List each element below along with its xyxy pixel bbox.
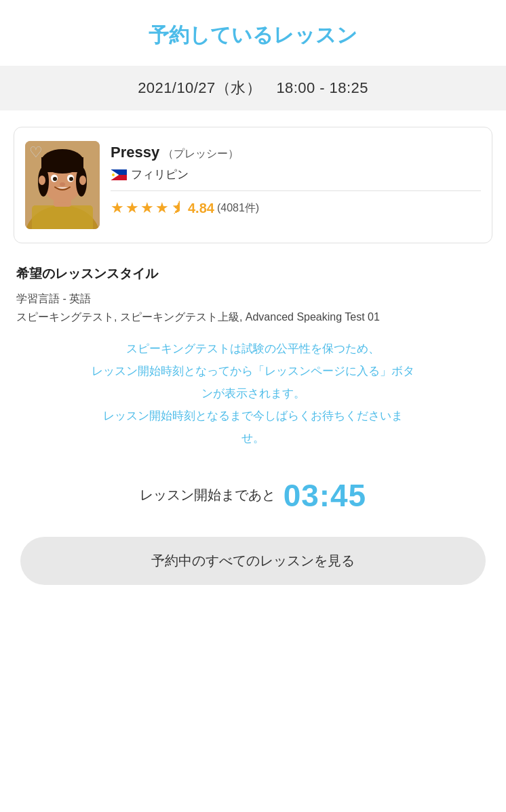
timer-label: レッスン開始まであと bbox=[140, 486, 275, 504]
svg-rect-8 bbox=[41, 157, 83, 172]
rating-row: ★ ★ ★ ★ ⯨ 4.84 (4081件) bbox=[111, 199, 481, 217]
teacher-name: Pressy bbox=[111, 144, 159, 161]
date-bar: 2021/10/27（水） 18:00 - 18:25 bbox=[0, 66, 506, 110]
avatar-wrapper: ♡ bbox=[25, 141, 100, 229]
svg-point-14 bbox=[69, 177, 73, 181]
svg-point-15 bbox=[60, 182, 65, 186]
teacher-info: Pressy （プレッシー） フィリピン ★ ★ bbox=[111, 141, 481, 217]
timer-value: 03:45 bbox=[284, 477, 366, 514]
view-all-lessons-button[interactable]: 予約中のすべてのレッスンを見る bbox=[20, 537, 486, 585]
country-name: フィリピン bbox=[131, 167, 189, 182]
star-5-half: ⯨ bbox=[170, 199, 185, 217]
timer-row: レッスン開始まであと 03:45 bbox=[0, 458, 506, 530]
style-text: スピーキングテスト, スピーキングテスト上級, Advanced Speakin… bbox=[16, 308, 490, 326]
notice-line4: レッスン開始時刻となるまで今しばらくお待ちくださいま bbox=[20, 407, 486, 426]
notice-box: スピーキングテストは試験の公平性を保つため、 レッスン開始時刻となってから「レッ… bbox=[0, 326, 506, 458]
rating-count: (4081件) bbox=[217, 201, 259, 216]
notice-line5: せ。 bbox=[20, 429, 486, 449]
star-2: ★ bbox=[125, 199, 139, 217]
svg-point-10 bbox=[79, 176, 86, 185]
teacher-card: ♡ bbox=[14, 127, 492, 243]
star-1: ★ bbox=[111, 199, 124, 217]
flag-icon bbox=[111, 169, 127, 180]
heart-icon[interactable]: ♡ bbox=[29, 145, 43, 160]
teacher-country: フィリピン bbox=[111, 167, 481, 182]
svg-rect-2 bbox=[32, 205, 93, 229]
stars: ★ ★ ★ ★ ⯨ bbox=[111, 199, 185, 217]
star-3: ★ bbox=[140, 199, 154, 217]
rating-number: 4.84 bbox=[188, 201, 214, 216]
notice-line2: レッスン開始時刻となってから「レッスンページに入る」ボタ bbox=[20, 362, 486, 382]
notice-line3: ンが表示されます。 bbox=[20, 384, 486, 404]
divider bbox=[111, 190, 481, 191]
section-title: 希望のレッスンスタイル bbox=[16, 265, 490, 283]
lesson-style-section: 希望のレッスンスタイル 学習言語 - 英語 スピーキングテスト, スピーキングテ… bbox=[0, 260, 506, 326]
teacher-name-kana: （プレッシー） bbox=[163, 148, 239, 159]
svg-point-9 bbox=[39, 176, 45, 185]
page-container: 予約しているレッスン 2021/10/27（水） 18:00 - 18:25 ♡ bbox=[0, 0, 506, 612]
star-4: ★ bbox=[155, 199, 169, 217]
language-label: 学習言語 - 英語 bbox=[16, 289, 490, 308]
teacher-name-row: Pressy （プレッシー） bbox=[111, 144, 481, 161]
svg-point-13 bbox=[53, 177, 57, 181]
notice-line1: スピーキングテストは試験の公平性を保つため、 bbox=[20, 340, 486, 359]
page-title: 予約しているレッスン bbox=[0, 0, 506, 66]
